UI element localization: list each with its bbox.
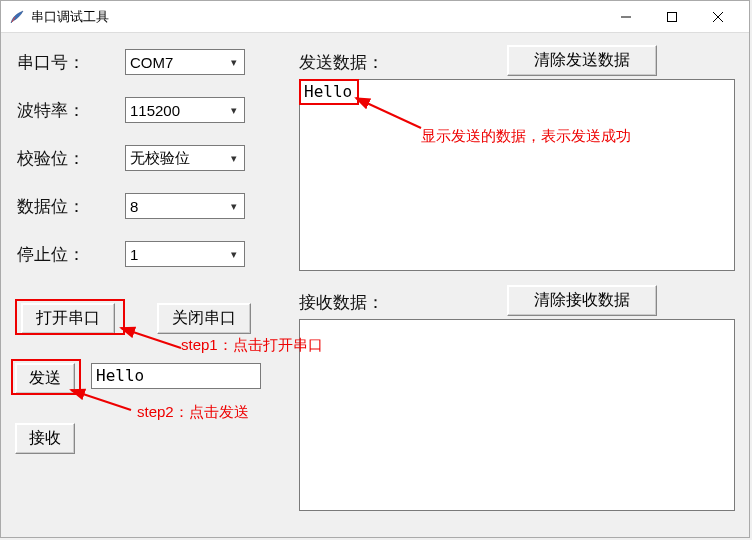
send-input[interactable]: Hello: [91, 363, 261, 389]
chevron-down-icon: ▾: [224, 104, 244, 117]
combo-baud[interactable]: 115200 ▾: [125, 97, 245, 123]
chevron-down-icon: ▾: [224, 56, 244, 69]
combo-stopbits[interactable]: 1 ▾: [125, 241, 245, 267]
recv-button[interactable]: 接收: [15, 423, 75, 454]
open-port-button[interactable]: 打开串口: [21, 303, 115, 334]
close-port-button[interactable]: 关闭串口: [157, 303, 251, 334]
send-textarea[interactable]: Hello: [299, 79, 735, 271]
send-button[interactable]: 发送: [15, 363, 75, 394]
chevron-down-icon: ▾: [224, 200, 244, 213]
svg-rect-1: [668, 12, 677, 21]
label-parity: 校验位：: [17, 147, 85, 170]
svg-line-5: [71, 390, 131, 410]
window-title: 串口调试工具: [31, 8, 603, 26]
label-recv-data: 接收数据：: [299, 291, 384, 314]
content-area: 串口号： 波特率： 校验位： 数据位： 停止位： COM7 ▾ 115200 ▾…: [1, 33, 749, 537]
label-stopbits: 停止位：: [17, 243, 85, 266]
chevron-down-icon: ▾: [224, 248, 244, 261]
annotation-step2: step2：点击发送: [137, 403, 249, 422]
label-baud: 波特率：: [17, 99, 85, 122]
combo-parity-value: 无校验位: [126, 149, 224, 168]
combo-port-value: COM7: [126, 54, 224, 71]
combo-databits-value: 8: [126, 198, 224, 215]
label-port: 串口号：: [17, 51, 85, 74]
close-button[interactable]: [695, 2, 741, 32]
app-window: 串口调试工具 串口号： 波特率： 校验位： 数据位： 停止位： COM7 ▾ 1…: [0, 0, 750, 538]
titlebar: 串口调试工具: [1, 1, 749, 33]
recv-textarea[interactable]: [299, 319, 735, 511]
combo-stopbits-value: 1: [126, 246, 224, 263]
maximize-button[interactable]: [649, 2, 695, 32]
label-databits: 数据位：: [17, 195, 85, 218]
combo-baud-value: 115200: [126, 102, 224, 119]
clear-send-button[interactable]: 清除发送数据: [507, 45, 657, 76]
combo-databits[interactable]: 8 ▾: [125, 193, 245, 219]
minimize-button[interactable]: [603, 2, 649, 32]
label-send-data: 发送数据：: [299, 51, 384, 74]
clear-recv-button[interactable]: 清除接收数据: [507, 285, 657, 316]
combo-port[interactable]: COM7 ▾: [125, 49, 245, 75]
chevron-down-icon: ▾: [224, 152, 244, 165]
app-icon: [9, 9, 25, 25]
combo-parity[interactable]: 无校验位 ▾: [125, 145, 245, 171]
